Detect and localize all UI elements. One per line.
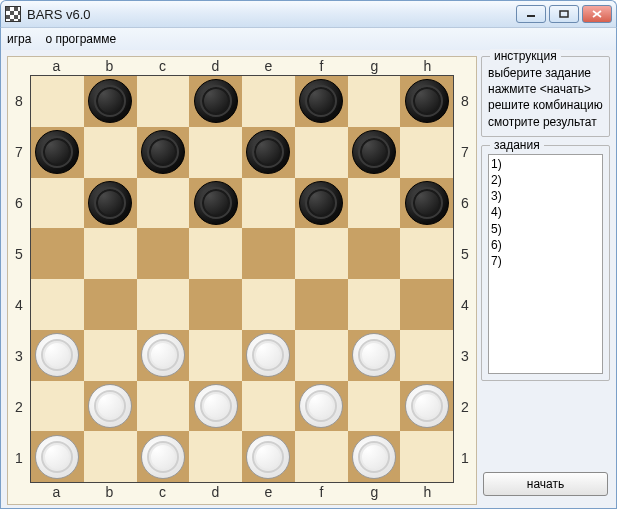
square-e8[interactable] [242, 76, 295, 127]
square-g1[interactable] [348, 431, 401, 482]
black-piece[interactable] [194, 181, 238, 225]
square-g5[interactable] [348, 228, 401, 279]
minimize-button[interactable] [516, 5, 546, 23]
square-h2[interactable] [400, 381, 453, 432]
square-c1[interactable] [137, 431, 190, 482]
square-c5[interactable] [137, 228, 190, 279]
square-e4[interactable] [242, 279, 295, 330]
square-h5[interactable] [400, 228, 453, 279]
square-a6[interactable] [31, 178, 84, 229]
square-c3[interactable] [137, 330, 190, 381]
black-piece[interactable] [88, 79, 132, 123]
black-piece[interactable] [88, 181, 132, 225]
black-piece[interactable] [141, 130, 185, 174]
square-h3[interactable] [400, 330, 453, 381]
square-a3[interactable] [31, 330, 84, 381]
square-c8[interactable] [137, 76, 190, 127]
square-c2[interactable] [137, 381, 190, 432]
task-item[interactable]: 2) [491, 172, 600, 188]
square-d2[interactable] [189, 381, 242, 432]
square-g6[interactable] [348, 178, 401, 229]
white-piece[interactable] [35, 435, 79, 479]
black-piece[interactable] [299, 181, 343, 225]
square-c4[interactable] [137, 279, 190, 330]
square-e1[interactable] [242, 431, 295, 482]
square-h7[interactable] [400, 127, 453, 178]
square-b7[interactable] [84, 127, 137, 178]
square-b4[interactable] [84, 279, 137, 330]
square-f8[interactable] [295, 76, 348, 127]
white-piece[interactable] [405, 384, 449, 428]
square-e5[interactable] [242, 228, 295, 279]
black-piece[interactable] [35, 130, 79, 174]
square-f2[interactable] [295, 381, 348, 432]
start-button[interactable]: начать [483, 472, 608, 496]
square-e3[interactable] [242, 330, 295, 381]
tasks-list[interactable]: 1)2)3)4)5)6)7) [488, 154, 603, 374]
square-e6[interactable] [242, 178, 295, 229]
square-d1[interactable] [189, 431, 242, 482]
maximize-button[interactable] [549, 5, 579, 23]
white-piece[interactable] [352, 435, 396, 479]
square-a2[interactable] [31, 381, 84, 432]
black-piece[interactable] [246, 130, 290, 174]
white-piece[interactable] [246, 435, 290, 479]
square-g8[interactable] [348, 76, 401, 127]
task-item[interactable]: 4) [491, 204, 600, 220]
square-a4[interactable] [31, 279, 84, 330]
square-a5[interactable] [31, 228, 84, 279]
black-piece[interactable] [405, 79, 449, 123]
white-piece[interactable] [352, 333, 396, 377]
square-e2[interactable] [242, 381, 295, 432]
square-b6[interactable] [84, 178, 137, 229]
task-item[interactable]: 5) [491, 221, 600, 237]
square-d4[interactable] [189, 279, 242, 330]
white-piece[interactable] [35, 333, 79, 377]
square-b1[interactable] [84, 431, 137, 482]
square-b5[interactable] [84, 228, 137, 279]
square-d6[interactable] [189, 178, 242, 229]
square-a1[interactable] [31, 431, 84, 482]
white-piece[interactable] [141, 435, 185, 479]
square-b2[interactable] [84, 381, 137, 432]
white-piece[interactable] [299, 384, 343, 428]
white-piece[interactable] [246, 333, 290, 377]
square-f6[interactable] [295, 178, 348, 229]
task-item[interactable]: 7) [491, 253, 600, 269]
square-g3[interactable] [348, 330, 401, 381]
square-e7[interactable] [242, 127, 295, 178]
square-f4[interactable] [295, 279, 348, 330]
square-g2[interactable] [348, 381, 401, 432]
square-b8[interactable] [84, 76, 137, 127]
square-f1[interactable] [295, 431, 348, 482]
white-piece[interactable] [194, 384, 238, 428]
black-piece[interactable] [194, 79, 238, 123]
square-b3[interactable] [84, 330, 137, 381]
square-c7[interactable] [137, 127, 190, 178]
black-piece[interactable] [352, 130, 396, 174]
close-button[interactable] [582, 5, 612, 23]
square-a7[interactable] [31, 127, 84, 178]
black-piece[interactable] [405, 181, 449, 225]
menu-about[interactable]: о программе [45, 32, 116, 46]
task-item[interactable]: 1) [491, 156, 600, 172]
square-h8[interactable] [400, 76, 453, 127]
checkers-board[interactable] [30, 75, 454, 483]
menu-game[interactable]: игра [7, 32, 31, 46]
square-h6[interactable] [400, 178, 453, 229]
square-d7[interactable] [189, 127, 242, 178]
task-item[interactable]: 3) [491, 188, 600, 204]
square-g4[interactable] [348, 279, 401, 330]
square-f7[interactable] [295, 127, 348, 178]
black-piece[interactable] [299, 79, 343, 123]
square-h1[interactable] [400, 431, 453, 482]
task-item[interactable]: 6) [491, 237, 600, 253]
square-g7[interactable] [348, 127, 401, 178]
square-d8[interactable] [189, 76, 242, 127]
square-f5[interactable] [295, 228, 348, 279]
square-d3[interactable] [189, 330, 242, 381]
square-d5[interactable] [189, 228, 242, 279]
white-piece[interactable] [88, 384, 132, 428]
white-piece[interactable] [141, 333, 185, 377]
square-f3[interactable] [295, 330, 348, 381]
